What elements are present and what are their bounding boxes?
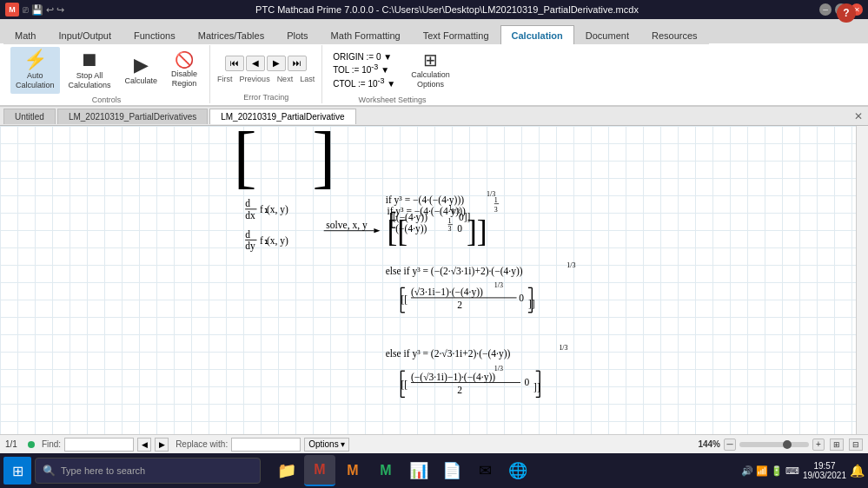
calculate-button[interactable]: ▶ Calculate xyxy=(120,47,163,94)
app-icon: M xyxy=(5,3,19,16)
svg-text:0: 0 xyxy=(457,223,462,234)
clock[interactable]: 19:57 19/03/2021 xyxy=(803,461,846,480)
prev-button[interactable]: ◀ xyxy=(246,56,265,71)
options-button[interactable]: Options ▾ xyxy=(304,438,349,452)
start-button[interactable]: ⊞ xyxy=(3,457,31,485)
zoom-thumb xyxy=(783,440,792,449)
svg-text:(x, y): (x, y) xyxy=(267,235,288,247)
tab-resources[interactable]: Resources xyxy=(640,25,709,44)
svg-text:[[(−(4·y)): [[(−(4·y)) xyxy=(389,212,427,223)
next-label: Next xyxy=(277,75,294,83)
svg-text:dy: dy xyxy=(245,241,255,252)
notification-button[interactable]: 🔔 xyxy=(850,464,865,478)
first-button[interactable]: ⏮ xyxy=(225,56,244,71)
svg-text:1/3: 1/3 xyxy=(487,190,495,198)
svg-text:[[: [[ xyxy=(401,294,407,305)
find-next-button[interactable]: ▶ xyxy=(155,438,169,452)
taskbar-excel[interactable]: 📊 xyxy=(403,455,434,486)
controls-label: Controls xyxy=(10,96,202,104)
svg-text:]: ] xyxy=(312,126,335,195)
view-button-2[interactable]: ⊟ xyxy=(849,439,863,451)
taskbar-mathcad-1[interactable]: M xyxy=(304,455,335,486)
svg-text:0]]: 0]] xyxy=(459,212,470,222)
tab-functions[interactable]: Functions xyxy=(123,25,187,44)
svg-text:d: d xyxy=(245,198,250,208)
taskbar-file-explorer[interactable]: 📁 xyxy=(271,455,302,486)
status-bar: 1/1 Find: ◀ ▶ Replace with: Options ▾ 14… xyxy=(0,434,868,453)
tab-math[interactable]: Math xyxy=(3,25,47,44)
worksheet-settings-label: Worksheet Settings xyxy=(329,96,455,104)
taskbar-word[interactable]: 📄 xyxy=(436,455,467,486)
vertical-scrollbar[interactable] xyxy=(856,126,868,434)
zoom-slider[interactable] xyxy=(739,442,809,447)
last-label: Last xyxy=(300,75,315,83)
taskbar-mathcad-2[interactable]: M xyxy=(337,455,368,486)
status-dot xyxy=(28,441,35,448)
nav-buttons: ⏮ ◀ ▶ ⏭ First Previous Next Last xyxy=(217,56,315,83)
auto-calculation-button[interactable]: ⚡ AutoCalculation xyxy=(10,47,60,94)
taskbar-mathcad-3[interactable]: M xyxy=(370,455,401,486)
search-icon: 🔍 xyxy=(43,465,56,477)
view-button-1[interactable]: ⊞ xyxy=(830,439,844,451)
worksheet-settings-group: ORIGIN := 0 ▼ TOL := 10-3 ▼ CTOL := 10-3… xyxy=(322,45,462,103)
find-label: Find: xyxy=(42,439,61,449)
error-tracing-group: ⏮ ◀ ▶ ⏭ First Previous Next Last Error T… xyxy=(210,45,322,103)
zoom-percentage: 144% xyxy=(698,439,720,449)
tab-calculation[interactable]: Calculation xyxy=(500,25,574,44)
taskbar-outlook[interactable]: ✉ xyxy=(469,455,500,486)
tray-icon-1[interactable]: 🔊 xyxy=(741,465,753,477)
disable-region-button[interactable]: 🚫 DisableRegion xyxy=(166,47,202,94)
tray-icon-2[interactable]: 📶 xyxy=(756,465,768,477)
svg-text:1/3: 1/3 xyxy=(494,281,503,289)
svg-text:0: 0 xyxy=(519,293,524,303)
find-input[interactable] xyxy=(64,438,134,452)
title-bar: M ⎚ 💾 ↩ ↪ PTC Mathcad Prime 7.0.0.0 - C:… xyxy=(0,0,868,19)
tab-input-output[interactable]: Input/Output xyxy=(47,25,123,44)
tab-untitled[interactable]: Untitled xyxy=(3,109,56,124)
svg-text:1: 1 xyxy=(448,217,452,225)
last-button[interactable]: ⏭ xyxy=(288,56,307,71)
controls-group: ⚡ AutoCalculation ⏹ Stop AllCalculations… xyxy=(3,45,210,103)
close-tab-button[interactable]: ✕ xyxy=(849,109,868,124)
page-indicator: 1/1 xyxy=(5,439,17,449)
next-button[interactable]: ▶ xyxy=(267,56,286,71)
taskbar-browser[interactable]: 🌐 xyxy=(502,455,533,486)
zoom-in-button[interactable]: + xyxy=(812,439,825,451)
find-area: Find: ◀ ▶ xyxy=(42,438,169,452)
auto-calc-icon: ⚡ xyxy=(23,50,47,69)
ribbon: Math Input/Output Functions Matrices/Tab… xyxy=(0,19,868,107)
help-bubble[interactable]: ? xyxy=(837,3,856,23)
tab-plots[interactable]: Plots xyxy=(275,25,319,44)
svg-text:[: [ xyxy=(234,126,257,195)
minimize-button[interactable]: ─ xyxy=(819,3,832,16)
tray-icon-3[interactable]: 🔋 xyxy=(771,465,783,477)
svg-text:f: f xyxy=(260,235,263,246)
find-prev-button[interactable]: ◀ xyxy=(137,438,151,452)
tray-icon-4[interactable]: ⌨ xyxy=(785,465,799,477)
svg-text:else if y³ = (−(2·√3·1i)+2)·(−: else if y³ = (−(2·√3·1i)+2)·(−(4·y)) xyxy=(386,266,523,277)
worksheet[interactable]: [ ] d dx f ₁ (x, y) d dy f ₁ (x, y) solv… xyxy=(0,126,856,434)
svg-text:0: 0 xyxy=(524,377,529,387)
calculation-options-button[interactable]: ⊞ CalculationOptions xyxy=(406,47,455,94)
tab-document[interactable]: Document xyxy=(574,25,640,44)
tab-lm-partial-derivatives[interactable]: LM_20210319_PartialDerivatives xyxy=(57,109,208,124)
svg-text:1/3: 1/3 xyxy=(559,344,567,352)
svg-text:[[: [[ xyxy=(401,379,407,390)
tab-lm-partial-derivative[interactable]: LM_20210319_PartialDerivative xyxy=(209,109,355,124)
svg-text:f: f xyxy=(260,204,263,214)
svg-marker-16 xyxy=(374,228,380,233)
quick-access: ⎚ 💾 ↩ ↪ xyxy=(23,4,64,16)
tol-value: TOL := 10-3 ▼ xyxy=(333,63,395,75)
first-label: First xyxy=(217,75,233,83)
zoom-out-button[interactable]: ─ xyxy=(724,439,736,451)
ribbon-tab-bar: Math Input/Output Functions Matrices/Tab… xyxy=(0,19,868,43)
tab-math-formatting[interactable]: Math Formatting xyxy=(320,25,412,44)
error-tracing-label: Error Tracing xyxy=(217,93,315,102)
taskbar-apps: 📁 M M M 📊 📄 ✉ 🌐 xyxy=(271,455,533,486)
tab-matrices-tables[interactable]: Matrices/Tables xyxy=(187,25,275,44)
taskbar-search[interactable]: 🔍 Type here to search xyxy=(35,458,261,484)
stop-all-button[interactable]: ⏹ Stop AllCalculations xyxy=(63,47,116,94)
tab-text-formatting[interactable]: Text Formatting xyxy=(412,25,500,44)
replace-input[interactable] xyxy=(231,438,301,452)
window-title: PTC Mathcad Prime 7.0.0.0 - C:\Users\Use… xyxy=(75,4,819,15)
